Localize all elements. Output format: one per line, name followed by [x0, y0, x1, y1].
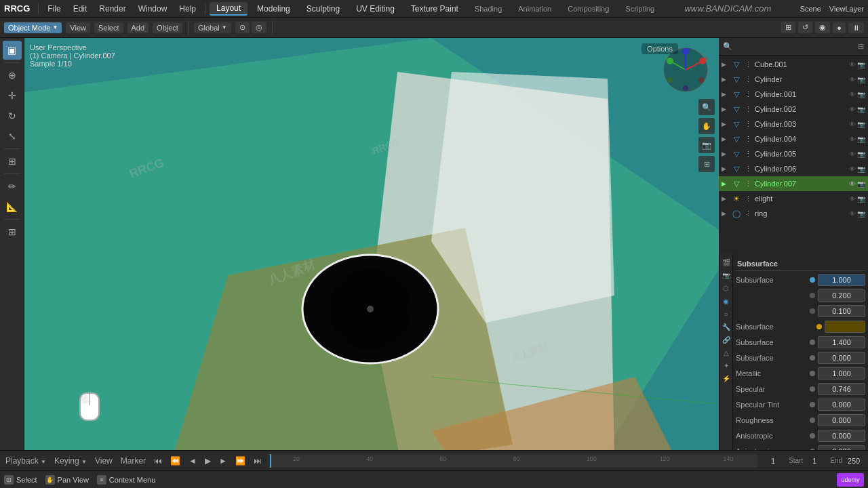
prop-value-roughness[interactable]: 0.000 — [818, 414, 865, 426]
outliner-item-cylinder003[interactable]: ▶ ▽ ⋮ Cylinder.003 👁 📷 — [719, 117, 868, 131]
grid-icon[interactable]: ⊞ — [698, 156, 715, 172]
workspace-scripting[interactable]: Scripting — [618, 3, 661, 14]
tl-prev-keyframe[interactable]: ◄ — [187, 455, 198, 467]
outliner-item-cylinder[interactable]: ▶ ▽ ⋮ Cylinder 👁 📷 — [719, 72, 868, 87]
outliner-item-elight[interactable]: ▶ ☀ ⋮ elight 👁 📷 — [719, 191, 868, 206]
menu-file[interactable]: File — [43, 3, 65, 15]
outliner-eye-cylinder003[interactable]: 👁 — [849, 121, 856, 128]
tool-add[interactable]: ⊞ — [3, 222, 22, 241]
outliner-camera-cylinder004[interactable]: 📷 — [857, 136, 865, 143]
outliner-item-cylinder001[interactable]: ▶ ▽ ⋮ Cylinder.001 👁 📷 — [719, 87, 868, 102]
tool-annotate[interactable]: ✏ — [3, 177, 22, 196]
outliner-item-cylinder002[interactable]: ▶ ▽ ⋮ Cylinder.002 👁 📷 — [719, 102, 868, 117]
timeline-scrubber[interactable]: 20 40 60 80 100 120 140 — [269, 454, 757, 468]
object-mode-dropdown[interactable]: Object Mode ▼ — [4, 22, 62, 33]
prop-particles-icon[interactable]: ✦ — [721, 360, 732, 371]
overlay-toggle[interactable]: ⊞ — [781, 22, 795, 33]
outliner-item-cylinder006[interactable]: ▶ ▽ ⋮ Cylinder.006 👁 📷 — [719, 161, 868, 176]
tool-transform[interactable]: ⊞ — [3, 152, 22, 171]
keying-menu[interactable]: Keying ▼ — [53, 455, 88, 467]
prop-value-2[interactable]: 0.100 — [818, 305, 865, 317]
prop-render-icon[interactable]: 📷 — [721, 270, 732, 281]
tl-next-keyframe[interactable]: ► — [218, 455, 229, 467]
tool-move[interactable]: ✛ — [3, 86, 22, 105]
select-menu[interactable]: Select — [94, 22, 123, 33]
frame-start-value[interactable]: 1 — [804, 457, 825, 465]
prop-constraints-icon[interactable]: 🔗 — [721, 334, 732, 345]
prop-scene-icon[interactable]: 🎬 — [721, 257, 732, 268]
hand-icon[interactable]: ✋ — [698, 118, 715, 134]
outliner-item-cylinder005[interactable]: ▶ ▽ ⋮ Cylinder.005 👁 📷 — [719, 146, 868, 161]
menu-help[interactable]: Help — [174, 3, 201, 15]
prop-data-icon[interactable]: △ — [721, 347, 732, 358]
bottom-pan-btn[interactable]: ✋ Pan View — [45, 475, 89, 485]
workspace-shading[interactable]: Shading — [468, 3, 509, 14]
prop-value-5[interactable]: 0.000 — [818, 352, 865, 364]
tl-prev-frame[interactable]: ⏪ — [169, 455, 182, 467]
menu-window[interactable]: Window — [134, 3, 172, 15]
workspace-modeling[interactable]: Modeling — [250, 3, 297, 15]
transform-dropdown[interactable]: Global ▼ — [194, 22, 231, 33]
tool-rotate[interactable]: ↻ — [3, 106, 22, 125]
pause-render[interactable]: ⏸ — [848, 22, 864, 33]
workspace-layout[interactable]: Layout — [210, 2, 248, 16]
outliner-item-cylinder004[interactable]: ▶ ▽ ⋮ Cylinder.004 👁 📷 — [719, 131, 868, 146]
prop-value-3[interactable] — [825, 321, 865, 333]
prop-output-icon[interactable]: ⬡ — [721, 283, 732, 293]
bottom-context-btn[interactable]: ≡ Context Menu — [97, 475, 155, 485]
tl-jump-end[interactable]: ⏭ — [252, 455, 263, 467]
outliner-eye-cylinder007[interactable]: 👁 — [849, 180, 856, 188]
snap-toggle[interactable]: ⊙ — [235, 22, 250, 33]
prop-object-icon[interactable]: ○ — [721, 308, 732, 319]
outliner-eye-cylinder001[interactable]: 👁 — [849, 91, 856, 98]
prop-value-metallic[interactable]: 1.000 — [818, 367, 865, 380]
frame-end-value[interactable]: 250 — [844, 457, 864, 465]
outliner-camera-cylinder006[interactable]: 📷 — [857, 165, 865, 173]
viewport-shading[interactable]: ● — [833, 22, 846, 33]
prop-value-anisotropic[interactable]: 0.000 — [818, 430, 865, 442]
prop-value-4[interactable]: 1.400 — [818, 336, 865, 348]
outliner-camera-cube001[interactable]: 📷 — [857, 61, 865, 68]
prop-value-0[interactable]: 1.000 — [818, 274, 865, 286]
outliner-camera-cylinder005[interactable]: 📷 — [857, 150, 865, 158]
outliner-eye-cylinder004[interactable]: 👁 — [849, 136, 856, 143]
outliner-camera-cylinder002[interactable]: 📷 — [857, 106, 865, 113]
menu-edit[interactable]: Edit — [68, 3, 92, 15]
bottom-select-btn[interactable]: ⊡ Select — [4, 475, 37, 485]
viewport[interactable]: RRCG 八人素材 RRCG 八人素材 User Perspective (1)… — [24, 38, 719, 450]
tool-select[interactable]: ▣ — [3, 41, 22, 60]
prop-value-specular[interactable]: 0.746 — [818, 383, 865, 395]
outliner-eye-ring[interactable]: 👁 — [849, 210, 856, 218]
workspace-animation[interactable]: Animation — [511, 3, 558, 14]
menu-render[interactable]: Render — [94, 3, 130, 15]
view-menu[interactable]: View — [66, 22, 90, 33]
object-menu[interactable]: Object — [153, 22, 182, 33]
outliner-item-ring[interactable]: ▶ ◯ ⋮ ring 👁 📷 — [719, 206, 868, 221]
shading-mode[interactable]: ◉ — [815, 22, 830, 33]
prop-material-icon[interactable]: ◉ — [721, 296, 732, 306]
outliner-item-cylinder007[interactable]: ▶ ▽ ⋮ Cylinder.007 👁 📷 — [719, 176, 868, 191]
outliner-filter-icon[interactable]: ⊟ — [858, 42, 864, 51]
prop-value-specular-tint[interactable]: 0.000 — [818, 399, 865, 411]
view-menu-tl[interactable]: View — [94, 455, 114, 467]
playback-menu[interactable]: Playback ▼ — [4, 455, 47, 467]
tl-play[interactable]: ▶ — [203, 455, 212, 467]
tool-scale[interactable]: ⤡ — [3, 127, 22, 146]
outliner-camera-cylinder001[interactable]: 📷 — [857, 91, 865, 98]
tool-cursor[interactable]: ⊕ — [3, 66, 22, 85]
prop-modifier-icon[interactable]: 🔧 — [721, 321, 732, 332]
proportional-edit[interactable]: ◎ — [252, 22, 267, 33]
navigation-gizmo[interactable]: X Y Z — [662, 46, 709, 94]
frame-current[interactable]: 1 — [763, 457, 783, 465]
workspace-texture-paint[interactable]: Texture Paint — [404, 3, 465, 15]
marker-menu[interactable]: Marker — [119, 455, 147, 467]
camera-icon[interactable]: 📷 — [698, 137, 715, 153]
outliner-camera-cylinder[interactable]: 📷 — [857, 76, 865, 83]
workspace-sculpting[interactable]: Sculpting — [300, 3, 347, 15]
outliner[interactable]: ▶ ▽ ⋮ Cube.001 👁 📷 ▶ ▽ ⋮ Cylinder 👁 📷 — [719, 56, 868, 254]
outliner-eye-cylinder005[interactable]: 👁 — [849, 150, 856, 158]
outliner-item-cube001[interactable]: ▶ ▽ ⋮ Cube.001 👁 📷 — [719, 57, 868, 72]
add-menu[interactable]: Add — [127, 22, 149, 33]
outliner-eye-cylinder006[interactable]: 👁 — [849, 165, 856, 173]
prop-value-anisotropic2[interactable]: 0.000 — [818, 445, 865, 450]
